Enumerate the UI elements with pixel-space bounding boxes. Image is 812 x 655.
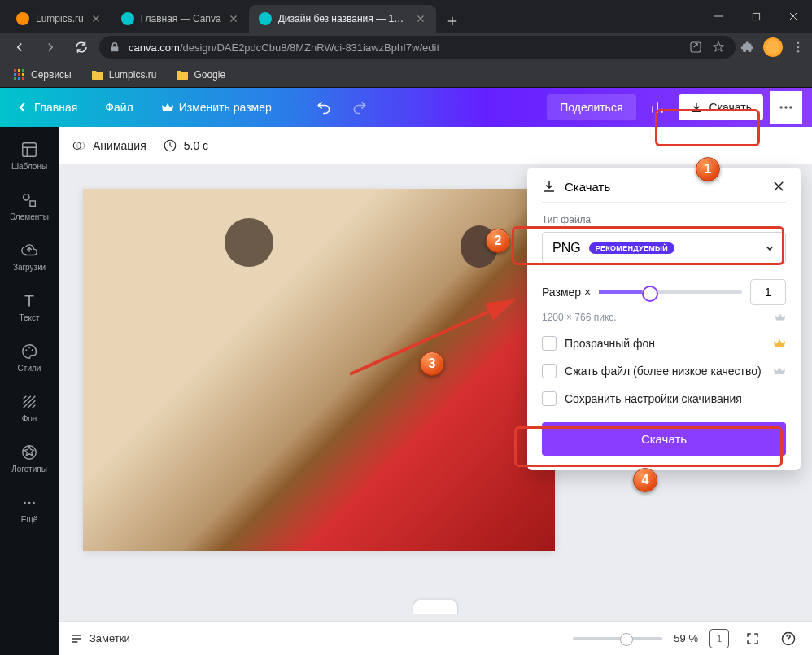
duration-button[interactable]: 5.0 с [163,138,208,153]
zoom-value: 59 % [674,632,698,644]
svg-rect-10 [18,73,20,76]
minimize-button[interactable] [700,0,737,33]
sidebar-elements[interactable]: Элементы [0,181,59,231]
svg-rect-8 [22,69,24,72]
close-icon[interactable] [90,13,102,24]
callout-1: 1 [696,157,720,181]
sidebar-more[interactable]: Ещё [0,483,59,534]
sidebar-templates[interactable]: Шаблоны [0,130,59,181]
svg-rect-1 [111,46,119,51]
sidebar-styles[interactable]: Стили [0,332,59,382]
download-confirm-button[interactable]: Скачать [542,422,786,456]
page-handle[interactable] [413,600,458,614]
home-button[interactable]: Главная [10,96,84,119]
browser-titlebar: Lumpics.ru Главная — Canva Дизайн без на… [0,0,812,33]
share-url-icon[interactable] [688,40,703,55]
download-button[interactable]: Скачать [679,94,764,120]
svg-point-15 [780,106,783,108]
save-settings-option[interactable]: Сохранить настройки скачивания [542,391,786,406]
forward-button[interactable] [37,34,63,60]
svg-point-3 [797,41,800,44]
more-button[interactable] [770,91,802,124]
svg-rect-11 [22,73,24,76]
chevron-left-icon [16,101,29,114]
folder-icon [176,68,189,81]
compress-option[interactable]: Сжать файл (более низкое качество) [542,364,786,378]
bookmark-lumpics[interactable]: Lumpics.ru [85,65,164,85]
window-controls [700,0,812,33]
close-window-button[interactable] [775,0,812,33]
svg-point-25 [24,501,26,504]
svg-point-19 [24,194,29,199]
extensions-icon[interactable] [740,40,755,55]
help-button[interactable] [776,627,801,651]
tab-canva-home[interactable]: Главная — Canva [111,5,249,33]
notes-button[interactable]: Заметки [70,632,130,645]
stats-button[interactable] [643,93,672,122]
panel-title: Скачать [565,180,610,194]
checkbox[interactable] [542,364,557,378]
svg-point-22 [28,347,30,348]
svg-rect-14 [22,77,24,80]
animation-button[interactable]: Анимация [72,138,146,153]
share-button[interactable]: Поделиться [547,94,635,120]
svg-point-5 [797,50,800,53]
maximize-button[interactable] [737,0,775,33]
svg-point-17 [789,106,792,108]
new-tab-button[interactable] [441,10,464,33]
design-frame[interactable] [83,189,555,551]
profile-avatar[interactable] [763,37,783,57]
star-icon[interactable] [711,40,726,55]
design-image [83,189,555,551]
page-indicator[interactable]: 1 [709,629,729,648]
svg-rect-12 [14,77,16,80]
crown-icon [773,365,786,378]
download-icon [690,101,703,114]
tab-lumpics[interactable]: Lumpics.ru [7,5,111,33]
close-icon[interactable] [415,13,426,24]
bookmark-google[interactable]: Google [169,65,232,85]
left-sidebar: Шаблоны Элементы Загрузки Текст Стили Фо… [0,127,59,655]
reload-button[interactable] [68,34,94,60]
animation-icon [72,138,86,153]
checkbox[interactable] [542,336,557,351]
url-box[interactable]: canva.com/design/DAE2pdcCbu8/8MZnRWci-83… [99,36,736,59]
sidebar-uploads[interactable]: Загрузки [0,231,59,282]
fullscreen-button[interactable] [740,627,765,651]
back-button[interactable] [7,34,33,60]
sidebar-logos[interactable]: Логотипы [0,433,59,483]
svg-point-4 [797,46,800,49]
transparent-bg-option[interactable]: Прозрачный фон [542,336,786,351]
download-icon [542,179,557,194]
svg-point-23 [32,349,33,351]
bookmark-apps[interactable]: Сервисы [7,65,78,85]
sidebar-text[interactable]: Текст [0,282,59,332]
checkbox[interactable] [542,391,557,406]
svg-point-16 [784,106,787,108]
file-type-select[interactable]: PNG РЕКОМЕНДУЕМЫЙ [542,232,786,264]
svg-rect-13 [18,77,20,80]
size-slider[interactable] [599,290,742,294]
sidebar-background[interactable]: Фон [0,382,59,433]
crown-icon [773,337,786,350]
svg-rect-20 [30,200,35,205]
resize-button[interactable]: Изменить размер [155,96,278,119]
close-icon[interactable] [228,13,239,24]
folder-icon [91,68,104,81]
url-text: canva.com/design/DAE2pdcCbu8/8MZnRWci-83… [129,41,680,54]
tab-design-active[interactable]: Дизайн без названия — 1200 [249,5,436,33]
bookmarks-bar: Сервисы Lumpics.ru Google [0,62,812,88]
size-label: Размер × [542,286,591,299]
redo-button[interactable] [345,93,374,122]
close-panel-button[interactable] [771,179,786,194]
apps-icon [13,68,26,81]
size-input[interactable] [750,279,786,305]
file-button[interactable]: Файл [98,96,139,119]
undo-button[interactable] [309,93,338,122]
svg-rect-7 [18,69,20,72]
canva-toolbar: Главная Файл Изменить размер Поделиться … [0,88,812,127]
zoom-slider[interactable] [573,637,662,640]
menu-icon[interactable] [791,40,805,55]
svg-rect-6 [14,69,16,72]
clock-icon [163,138,177,153]
